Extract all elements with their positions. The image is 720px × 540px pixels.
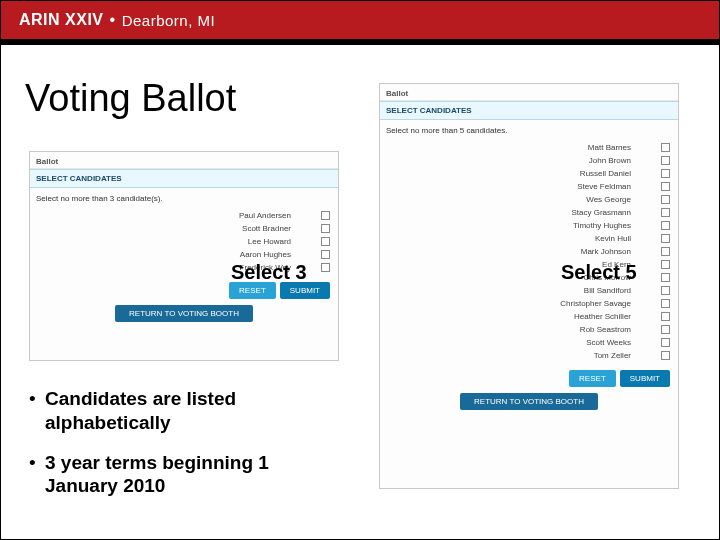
content-area: Voting Ballot Ballot SELECT CANDIDATES S…	[1, 61, 719, 539]
header-brand: ARIN XXIV	[19, 11, 104, 29]
candidate-checkbox[interactable]	[661, 351, 670, 360]
header-separator: •	[110, 11, 116, 29]
candidate-row: Russell Daniel	[380, 167, 678, 180]
ballot-small-instruction: Select no more than 3 candidate(s).	[30, 188, 338, 209]
candidate-name: Paul Andersen	[181, 211, 321, 220]
label-select-5: Select 5	[561, 261, 637, 284]
bullet-text: 3 year terms beginning 1 January 2010	[45, 451, 335, 499]
bullet-item: • 3 year terms beginning 1 January 2010	[29, 451, 335, 499]
bullet-marker: •	[29, 387, 45, 435]
candidate-name: Heather Schiller	[521, 312, 661, 321]
candidate-row: Steve Feldman	[380, 180, 678, 193]
candidate-row: Stacy Grasmann	[380, 206, 678, 219]
ballot-small-return-row: RETURN TO VOTING BOOTH	[30, 303, 338, 328]
candidate-name: Mark Johnson	[521, 247, 661, 256]
candidate-checkbox[interactable]	[661, 156, 670, 165]
candidate-row: Heather Schiller	[380, 310, 678, 323]
ballot-large-section: SELECT CANDIDATES	[380, 101, 678, 120]
candidate-name: Scott Weeks	[521, 338, 661, 347]
bullet-item: • Candidates are listed alphabetically	[29, 387, 335, 435]
candidate-name: Timothy Hughes	[521, 221, 661, 230]
candidate-row: John Brown	[380, 154, 678, 167]
candidate-checkbox[interactable]	[661, 182, 670, 191]
label-select-3: Select 3	[231, 261, 307, 284]
candidate-name: Lee Howard	[181, 237, 321, 246]
candidate-row: Lee Howard	[30, 235, 338, 248]
submit-button[interactable]: SUBMIT	[620, 370, 670, 387]
candidate-name: Scott Bradner	[181, 224, 321, 233]
candidate-checkbox[interactable]	[661, 247, 670, 256]
header-black-bar	[1, 39, 719, 45]
candidate-name: Aaron Hughes	[181, 250, 321, 259]
page-title: Voting Ballot	[25, 77, 236, 120]
return-button[interactable]: RETURN TO VOTING BOOTH	[115, 305, 253, 322]
candidate-name: Steve Feldman	[521, 182, 661, 191]
candidate-checkbox[interactable]	[661, 325, 670, 334]
candidate-name: Stacy Grasmann	[521, 208, 661, 217]
candidate-row: Matt Barnes	[380, 141, 678, 154]
header-location: Dearborn, MI	[122, 12, 216, 29]
candidate-row: Bill Sandiford	[380, 284, 678, 297]
candidate-checkbox[interactable]	[321, 211, 330, 220]
candidate-name: Russell Daniel	[521, 169, 661, 178]
candidate-checkbox[interactable]	[661, 195, 670, 204]
candidate-checkbox[interactable]	[661, 299, 670, 308]
reset-button[interactable]: RESET	[569, 370, 616, 387]
candidate-row: Scott Bradner	[30, 222, 338, 235]
header-red-bar: ARIN XXIV • Dearborn, MI	[1, 1, 719, 39]
ballot-small: Ballot SELECT CANDIDATES Select no more …	[29, 151, 339, 361]
candidate-name: John Brown	[521, 156, 661, 165]
candidate-row: Mark Johnson	[380, 245, 678, 258]
candidate-row: Scott Weeks	[380, 336, 678, 349]
ballot-large-instruction: Select no more than 5 candidates.	[380, 120, 678, 141]
ballot-large-return-row: RETURN TO VOTING BOOTH	[380, 391, 678, 416]
candidate-checkbox[interactable]	[321, 263, 330, 272]
bullet-marker: •	[29, 451, 45, 499]
candidate-checkbox[interactable]	[661, 260, 670, 269]
candidate-row: Wes George	[380, 193, 678, 206]
bullets: • Candidates are listed alphabetically •…	[29, 387, 335, 514]
candidate-checkbox[interactable]	[661, 208, 670, 217]
candidate-row: Aaron Hughes	[30, 248, 338, 261]
candidate-checkbox[interactable]	[321, 250, 330, 259]
candidate-name: Rob Seastrom	[521, 325, 661, 334]
candidate-checkbox[interactable]	[321, 224, 330, 233]
return-button[interactable]: RETURN TO VOTING BOOTH	[460, 393, 598, 410]
ballot-small-heading: Ballot	[30, 152, 338, 169]
candidate-checkbox[interactable]	[661, 221, 670, 230]
candidate-row: Christopher Savage	[380, 297, 678, 310]
candidate-checkbox[interactable]	[661, 273, 670, 282]
ballot-small-section: SELECT CANDIDATES	[30, 169, 338, 188]
candidate-name: Bill Sandiford	[521, 286, 661, 295]
candidate-name: Kevin Hull	[521, 234, 661, 243]
ballot-large: Ballot SELECT CANDIDATES Select no more …	[379, 83, 679, 489]
bullet-text: Candidates are listed alphabetically	[45, 387, 335, 435]
ballot-large-candidates: Matt BarnesJohn BrownRussell DanielSteve…	[380, 141, 678, 362]
candidate-name: Matt Barnes	[521, 143, 661, 152]
reset-button[interactable]: RESET	[229, 282, 276, 299]
ballot-large-heading: Ballot	[380, 84, 678, 101]
candidate-row: Kevin Hull	[380, 232, 678, 245]
candidate-row: Tom Zeller	[380, 349, 678, 362]
submit-button[interactable]: SUBMIT	[280, 282, 330, 299]
candidate-row: Rob Seastrom	[380, 323, 678, 336]
candidate-checkbox[interactable]	[321, 237, 330, 246]
candidate-checkbox[interactable]	[661, 286, 670, 295]
candidate-name: Wes George	[521, 195, 661, 204]
candidate-checkbox[interactable]	[661, 338, 670, 347]
ballot-large-button-row: RESET SUBMIT	[380, 362, 678, 391]
candidate-row: Timothy Hughes	[380, 219, 678, 232]
candidate-checkbox[interactable]	[661, 169, 670, 178]
candidate-name: Tom Zeller	[521, 351, 661, 360]
candidate-name: Christopher Savage	[521, 299, 661, 308]
candidate-checkbox[interactable]	[661, 312, 670, 321]
candidate-row: Paul Andersen	[30, 209, 338, 222]
candidate-checkbox[interactable]	[661, 143, 670, 152]
slide: ARIN XXIV • Dearborn, MI Voting Ballot B…	[0, 0, 720, 540]
candidate-checkbox[interactable]	[661, 234, 670, 243]
